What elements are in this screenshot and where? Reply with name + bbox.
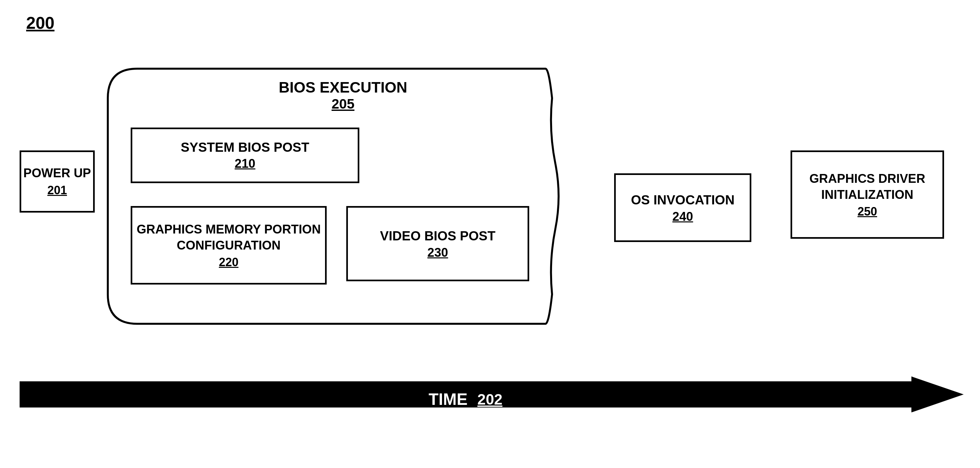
bios-execution-container: BIOS EXECUTION 205 SYSTEM BIOS POST 210 … [105, 65, 581, 327]
time-label-container: TIME 202 [20, 381, 912, 417]
system-bios-post-ref: 210 [235, 157, 255, 171]
time-arrow-body: TIME 202 [20, 381, 912, 407]
power-up-title: POWER UP [24, 166, 91, 181]
os-invocation-ref: 240 [672, 210, 693, 224]
time-ref: 202 [477, 390, 503, 408]
diagram: 200 POWER UP 201 BIOS EXECUTION 205 SYST… [0, 0, 980, 468]
graphics-driver-ref: 250 [858, 205, 877, 219]
bios-execution-ref: 205 [105, 96, 581, 112]
bios-execution-title: BIOS EXECUTION [105, 78, 581, 96]
time-label: TIME [429, 390, 468, 409]
video-bios-post-title: VIDEO BIOS POST [380, 228, 495, 244]
video-bios-post-ref: 230 [427, 246, 448, 260]
bios-execution-label: BIOS EXECUTION 205 [105, 78, 581, 112]
power-up-ref: 201 [48, 184, 67, 197]
system-bios-post-title: SYSTEM BIOS POST [181, 140, 309, 155]
graphics-driver-title: GRAPHICS DRIVER INITIALIZATION [795, 171, 939, 203]
os-invocation-title: OS INVOCATION [631, 192, 734, 208]
system-bios-post-box: SYSTEM BIOS POST 210 [130, 128, 360, 183]
graphics-memory-ref: 220 [219, 256, 239, 269]
time-arrow-container: TIME 202 [20, 377, 964, 412]
graphics-driver-box: GRAPHICS DRIVER INITIALIZATION 250 [791, 150, 944, 239]
video-bios-post-box: VIDEO BIOS POST 230 [346, 206, 529, 281]
time-arrow-head [912, 377, 964, 412]
os-invocation-box: OS INVOCATION 240 [614, 173, 751, 242]
power-up-box: POWER UP 201 [20, 150, 95, 212]
graphics-memory-box: GRAPHICS MEMORY PORTION CONFIGURATION 22… [130, 206, 327, 284]
figure-label: 200 [26, 13, 54, 33]
graphics-memory-title: GRAPHICS MEMORY PORTION CONFIGURATION [135, 221, 322, 254]
